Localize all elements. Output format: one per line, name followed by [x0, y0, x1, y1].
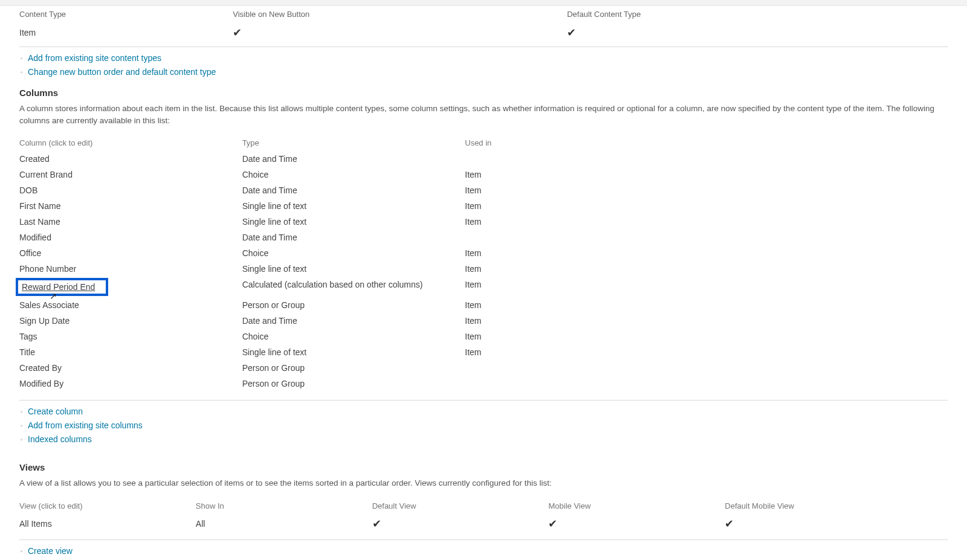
column-link[interactable]: Current Brand [19, 170, 73, 179]
view-showin: All [196, 514, 372, 533]
column-usedin [465, 151, 948, 167]
create-view-link[interactable]: Create view [28, 546, 73, 556]
check-icon: ✔ [567, 27, 576, 39]
column-row: CreatedDate and Time [19, 151, 948, 167]
column-row: Modified ByPerson or Group [19, 376, 948, 391]
check-icon: ✔ [233, 27, 242, 39]
change-button-order-link[interactable]: Change new button order and default cont… [28, 67, 216, 77]
column-link[interactable]: First Name [19, 201, 60, 211]
column-type: Date and Time [242, 151, 465, 167]
main-content: Content Type Visible on New Button Defau… [0, 6, 967, 560]
view-header-defaultmobile: Default Mobile View [725, 498, 948, 514]
column-type: Calculated (calculation based on other c… [242, 277, 465, 297]
column-type: Date and Time [242, 313, 465, 329]
column-usedin: Item [465, 297, 948, 313]
column-usedin: Item [465, 344, 948, 360]
column-row: ModifiedDate and Time [19, 230, 948, 245]
ct-header-name: Content Type [19, 6, 233, 22]
column-row: TitleSingle line of textItem [19, 344, 948, 360]
create-column-link[interactable]: Create column [28, 407, 83, 416]
column-link[interactable]: Tags [19, 332, 37, 341]
column-link[interactable]: Created By [19, 363, 62, 373]
column-usedin: Item [465, 182, 948, 198]
column-usedin: Item [465, 214, 948, 230]
column-link[interactable]: Modified By [19, 379, 63, 388]
col-header-name: Column (click to edit) [19, 135, 242, 151]
ct-item-link[interactable]: Item [19, 28, 36, 37]
column-row: Current BrandChoiceItem [19, 167, 948, 182]
columns-table: Column (click to edit) Type Used in Crea… [19, 135, 948, 391]
column-link[interactable]: Last Name [19, 217, 60, 227]
column-row: Sales AssociatePerson or GroupItem [19, 297, 948, 313]
ct-row: Item ✔ ✔ [19, 22, 948, 43]
views-title: Views [19, 462, 948, 472]
column-link[interactable]: DOB [19, 185, 37, 195]
column-type: Choice [242, 329, 465, 344]
column-row: Sign Up DateDate and TimeItem [19, 313, 948, 329]
check-icon: ✔ [548, 518, 557, 530]
divider [19, 47, 948, 47]
column-action-links: Create column Add from existing site col… [19, 405, 948, 445]
column-usedin: Item [465, 313, 948, 329]
view-link[interactable]: All Items [19, 519, 52, 529]
ct-header-visible: Visible on New Button [233, 6, 567, 22]
column-link[interactable]: Sales Associate [19, 300, 79, 310]
column-link[interactable]: Office [19, 248, 41, 258]
view-header-default: Default View [372, 498, 549, 514]
ct-header-default: Default Content Type [567, 6, 948, 22]
column-row: First NameSingle line of textItem [19, 198, 948, 214]
column-usedin [465, 230, 948, 245]
column-usedin [465, 376, 948, 391]
column-link[interactable]: Phone Number [19, 264, 76, 274]
column-usedin: Item [465, 261, 948, 277]
column-link[interactable]: Reward Period End [22, 282, 95, 292]
column-link[interactable]: Created [19, 154, 50, 164]
column-type: Person or Group [242, 360, 465, 376]
column-row: Reward Period End↖Calculated (calculatio… [19, 277, 948, 297]
column-type: Choice [242, 245, 465, 261]
columns-description: A column stores information about each i… [19, 103, 948, 126]
check-icon: ✔ [372, 518, 381, 530]
column-link[interactable]: Sign Up Date [19, 316, 70, 326]
column-usedin: Item [465, 277, 948, 297]
indexed-columns-link[interactable]: Indexed columns [28, 434, 92, 444]
col-header-used: Used in [465, 135, 948, 151]
column-usedin: Item [465, 245, 948, 261]
column-usedin: Item [465, 167, 948, 182]
col-header-type: Type [242, 135, 465, 151]
column-type: Single line of text [242, 261, 465, 277]
column-link[interactable]: Title [19, 347, 35, 357]
column-type: Choice [242, 167, 465, 182]
highlight-box: Reward Period End↖ [16, 278, 108, 296]
column-usedin: Item [465, 198, 948, 214]
ct-action-links: Add from existing site content types Cha… [19, 52, 948, 78]
column-usedin [465, 360, 948, 376]
column-type: Date and Time [242, 182, 465, 198]
content-types-table: Content Type Visible on New Button Defau… [19, 6, 948, 43]
columns-title: Columns [19, 88, 948, 98]
column-type: Person or Group [242, 376, 465, 391]
view-row: All Items All ✔ ✔ ✔ [19, 514, 948, 533]
view-header-mobile: Mobile View [548, 498, 725, 514]
column-link[interactable]: Modified [19, 233, 51, 242]
view-header-showin: Show In [196, 498, 372, 514]
column-type: Single line of text [242, 198, 465, 214]
column-type: Date and Time [242, 230, 465, 245]
add-existing-column-link[interactable]: Add from existing site columns [28, 420, 143, 430]
column-type: Single line of text [242, 344, 465, 360]
view-header-name: View (click to edit) [19, 498, 196, 514]
views-table: View (click to edit) Show In Default Vie… [19, 498, 948, 533]
column-type: Person or Group [242, 297, 465, 313]
column-usedin: Item [465, 329, 948, 344]
check-icon: ✔ [725, 518, 734, 530]
column-row: OfficeChoiceItem [19, 245, 948, 261]
column-row: Phone NumberSingle line of textItem [19, 261, 948, 277]
views-description: A view of a list allows you to see a par… [19, 477, 948, 489]
add-existing-ct-link[interactable]: Add from existing site content types [28, 53, 161, 63]
top-toolbar-placeholder [0, 0, 967, 6]
column-row: Last NameSingle line of textItem [19, 214, 948, 230]
column-row: TagsChoiceItem [19, 329, 948, 344]
column-type: Single line of text [242, 214, 465, 230]
column-row: Created ByPerson or Group [19, 360, 948, 376]
view-action-links: Create view [19, 545, 948, 557]
